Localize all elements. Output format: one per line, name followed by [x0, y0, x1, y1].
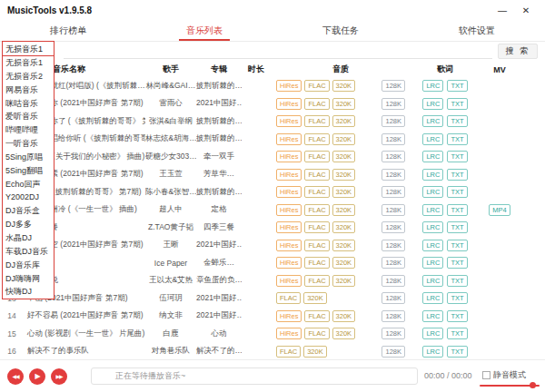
- table-row[interactable]: 14 好不容易 (2021中国好声音 第7期) 纳文非 2021中国好… HiR…: [0, 308, 545, 326]
- txt-button[interactable]: TXT: [447, 186, 467, 198]
- hires-button[interactable]: HiRes: [276, 275, 302, 287]
- 320k-button[interactable]: 320K: [332, 310, 356, 322]
- source-select[interactable]: 无损音乐1: [3, 42, 54, 56]
- lrc-button[interactable]: LRC: [422, 80, 443, 92]
- 128k-button[interactable]: 128K: [382, 204, 405, 216]
- table-row[interactable]: 2 四季予你 (2021中国好声音 第7期) 雷雨心 2021中国好… HiRe…: [0, 95, 545, 113]
- 320k-button[interactable]: 320K: [332, 221, 356, 233]
- flac-button[interactable]: FLAC: [304, 240, 329, 251]
- flac-button[interactable]: FLAC: [304, 169, 329, 181]
- 320k-button[interactable]: 320K: [332, 186, 356, 198]
- tab-settings[interactable]: 软件设置: [409, 20, 545, 41]
- flac-button[interactable]: FLAC: [304, 328, 329, 339]
- lrc-button[interactable]: LRC: [422, 169, 443, 181]
- 320k-button[interactable]: 320K: [303, 346, 327, 358]
- hires-button[interactable]: HiRes: [276, 115, 302, 127]
- txt-button[interactable]: TXT: [447, 310, 467, 322]
- txt-button[interactable]: TXT: [447, 133, 467, 145]
- table-row[interactable]: 4 想把我唱给你听 (《披荆斩棘的哥哥》 第… 林志炫&胡海… 披荆斩棘的… H…: [0, 131, 545, 149]
- volume-knob[interactable]: [530, 382, 536, 388]
- search-input[interactable]: [64, 44, 492, 59]
- 128k-button[interactable]: 128K: [382, 151, 405, 162]
- 128k-button[interactable]: 128K: [382, 328, 405, 339]
- lrc-button[interactable]: LRC: [422, 204, 443, 216]
- source-option[interactable]: DJ多多: [3, 218, 54, 231]
- lrc-button[interactable]: LRC: [422, 292, 443, 304]
- 128k-button[interactable]: 128K: [382, 80, 405, 92]
- source-option[interactable]: 一听音乐: [3, 137, 54, 151]
- lrc-button[interactable]: LRC: [422, 133, 443, 145]
- source-option[interactable]: DJ音乐库: [3, 259, 54, 272]
- txt-button[interactable]: TXT: [447, 275, 467, 287]
- 320k-button[interactable]: 320K: [332, 204, 356, 216]
- 320k-button[interactable]: 320K: [332, 151, 356, 162]
- tab-music-list[interactable]: 音乐列表: [136, 20, 272, 41]
- txt-button[interactable]: TXT: [447, 151, 467, 162]
- 320k-button[interactable]: 320K: [332, 328, 356, 339]
- 320k-button[interactable]: 320K: [303, 292, 327, 304]
- table-row[interactable]: 12 乡野传说 王以太&艾热 章鱼蛋的负… HiResFLAC320K 128K…: [0, 272, 545, 290]
- lrc-button[interactable]: LRC: [422, 346, 443, 358]
- table-row[interactable]: 6 一荤一素 (2021中国好声音 第7期) 王玉萱 芳草华… HiResFLA…: [0, 166, 545, 184]
- hires-button[interactable]: HiRes: [276, 221, 302, 233]
- search-button[interactable]: 搜 索: [498, 44, 538, 59]
- 128k-button[interactable]: 128K: [382, 292, 405, 304]
- source-option[interactable]: 车载DJ音乐: [3, 245, 54, 259]
- lrc-button[interactable]: LRC: [422, 275, 443, 287]
- hires-button[interactable]: HiRes: [276, 169, 302, 181]
- hires-button[interactable]: HiRes: [276, 133, 302, 145]
- lrc-button[interactable]: LRC: [422, 328, 443, 339]
- source-option[interactable]: Echo回声: [3, 178, 54, 191]
- hires-button[interactable]: HiRes: [276, 328, 302, 339]
- flac-button[interactable]: FLAC: [304, 310, 329, 322]
- source-option[interactable]: 爱听音乐: [3, 110, 54, 123]
- lrc-button[interactable]: LRC: [422, 310, 443, 322]
- table-row[interactable]: 11 云烟 Ice Paper 金蝉乐… HiResFLAC320K 128K …: [0, 254, 545, 272]
- 320k-button[interactable]: 320K: [332, 133, 356, 145]
- source-option[interactable]: 无损音乐2: [3, 70, 54, 83]
- txt-button[interactable]: TXT: [447, 292, 467, 304]
- txt-button[interactable]: TXT: [447, 204, 467, 216]
- 128k-button[interactable]: 128K: [382, 115, 405, 127]
- table-row[interactable]: 16 解决不了的事乐队 对角巷乐队 解决不了的… FLAC320K 128K L…: [0, 343, 545, 361]
- flac-button[interactable]: FLAC: [304, 98, 329, 110]
- 320k-button[interactable]: 320K: [332, 275, 356, 287]
- minimize-icon[interactable]: —: [490, 5, 514, 15]
- hires-button[interactable]: HiRes: [276, 98, 302, 110]
- 128k-button[interactable]: 128K: [382, 221, 405, 233]
- txt-button[interactable]: TXT: [447, 346, 467, 358]
- play-button[interactable]: ▶: [29, 368, 45, 385]
- mp4-button[interactable]: MP4: [489, 204, 510, 216]
- volume-slider[interactable]: [480, 382, 540, 388]
- 128k-button[interactable]: 128K: [382, 98, 405, 110]
- source-option[interactable]: 5Sing翻唱: [3, 164, 54, 178]
- table-row[interactable]: 7 滋味 (《披荆斩棘的哥哥》 第7期) 陈小春&张智… 披荆斩棘的… HiRe…: [0, 183, 545, 201]
- txt-button[interactable]: TXT: [447, 240, 467, 251]
- 128k-button[interactable]: 128K: [382, 240, 405, 251]
- lrc-button[interactable]: LRC: [422, 240, 443, 251]
- hires-button[interactable]: HiRes: [276, 257, 302, 269]
- hires-button[interactable]: HiRes: [276, 80, 302, 92]
- hires-button[interactable]: HiRes: [276, 240, 302, 251]
- mute-toggle[interactable]: 静音模式: [482, 369, 526, 381]
- 128k-button[interactable]: 128K: [382, 275, 405, 287]
- 320k-button[interactable]: 320K: [332, 80, 356, 92]
- txt-button[interactable]: TXT: [447, 115, 467, 127]
- source-option[interactable]: Y2002DJ: [3, 191, 54, 204]
- close-icon[interactable]: ✕: [514, 5, 538, 15]
- 128k-button[interactable]: 128K: [382, 186, 405, 198]
- lrc-button[interactable]: LRC: [422, 221, 443, 233]
- lrc-button[interactable]: LRC: [422, 151, 443, 162]
- source-option[interactable]: DJ音乐盒: [3, 204, 54, 218]
- 128k-button[interactable]: 128K: [382, 133, 405, 145]
- table-row[interactable]: 5 初爱 (《关于我们的小秘密》 插曲) 硬糖少女303… 牵一双手 HiRes…: [0, 148, 545, 166]
- flac-button[interactable]: FLAC: [276, 346, 301, 358]
- flac-button[interactable]: FLAC: [304, 186, 329, 198]
- table-row[interactable]: 9 四季三餐 Z.TAO黄子韬 四季三餐 HiResFLAC320K 128K …: [0, 219, 545, 237]
- mute-checkbox[interactable]: [482, 371, 490, 379]
- tab-ranking[interactable]: 排行榜单: [0, 20, 136, 41]
- source-option[interactable]: 咪咕音乐: [3, 97, 54, 111]
- txt-button[interactable]: TXT: [447, 257, 467, 269]
- flac-button[interactable]: FLAC: [304, 133, 329, 145]
- source-option[interactable]: 水晶DJ: [3, 231, 54, 245]
